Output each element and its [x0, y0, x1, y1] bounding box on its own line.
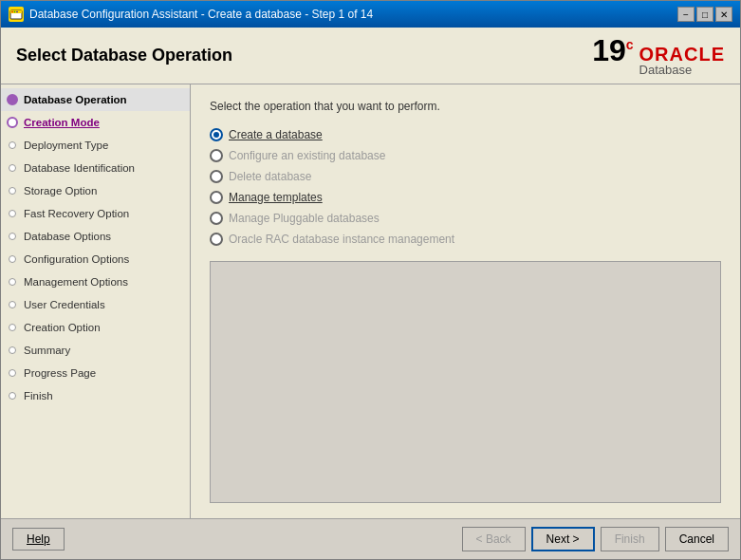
oracle-logo: 19c ORACLE Database: [592, 35, 725, 76]
oracle-db-label: Database: [639, 64, 693, 76]
svg-point-4: [16, 11, 18, 13]
main-content: Database OperationCreation ModeDeploymen…: [1, 84, 740, 518]
sidebar-item-6: Database Options: [1, 225, 190, 248]
page-title: Select Database Operation: [16, 46, 232, 65]
sidebar-icon-1: [5, 115, 20, 130]
sidebar-icon-8: [5, 274, 20, 289]
radio-item-4[interactable]: Manage Pluggable databases: [210, 212, 721, 225]
maximize-button[interactable]: □: [696, 7, 713, 22]
sidebar-item-1[interactable]: Creation Mode: [1, 111, 190, 134]
radio-input-0[interactable]: [210, 128, 223, 141]
sidebar-label-12: Progress Page: [24, 367, 96, 379]
sidebar-item-13: Finish: [1, 384, 190, 407]
footer-right: < Back Next > Finish Cancel: [462, 527, 729, 551]
footer: Help < Back Next > Finish Cancel: [1, 518, 740, 559]
next-button[interactable]: Next >: [531, 527, 595, 551]
sidebar-icon-6: [5, 229, 20, 244]
sidebar-icon-13: [5, 388, 20, 403]
sidebar-label-1: Creation Mode: [24, 117, 100, 128]
svg-point-2: [11, 11, 13, 13]
sidebar-label-0: Database Operation: [24, 94, 127, 105]
back-button[interactable]: < Back: [462, 527, 526, 551]
sidebar-item-8: Management Options: [1, 271, 190, 293]
sidebar-label-7: Configuration Options: [24, 253, 129, 265]
sidebar-item-4: Storage Option: [1, 179, 190, 202]
sidebar-icon-2: [5, 138, 20, 153]
radio-label-2: Delete database: [229, 170, 311, 183]
sidebar-item-12: Progress Page: [1, 362, 190, 384]
radio-input-2[interactable]: [210, 170, 223, 183]
sidebar-item-10: Creation Option: [1, 316, 190, 339]
sidebar-item-2: Deployment Type: [1, 134, 190, 157]
sidebar-icon-9: [5, 297, 20, 312]
help-button[interactable]: Help: [12, 528, 65, 551]
radio-input-3[interactable]: [210, 191, 223, 204]
sidebar-label-13: Finish: [24, 390, 53, 401]
radio-input-4[interactable]: [210, 212, 223, 225]
sidebar-icon-10: [5, 320, 20, 335]
radio-item-0[interactable]: Create a database: [210, 128, 721, 141]
titlebar: Database Configuration Assistant - Creat…: [1, 1, 740, 28]
main-window: Database Configuration Assistant - Creat…: [0, 0, 741, 560]
sidebar-icon-5: [5, 206, 20, 221]
sidebar-label-3: Database Identification: [24, 162, 135, 174]
radio-label-4: Manage Pluggable databases: [229, 212, 380, 225]
content-description: Select the operation that you want to pe…: [210, 100, 721, 113]
sidebar-icon-11: [5, 343, 20, 358]
radio-item-5[interactable]: Oracle RAC database instance management: [210, 233, 721, 246]
sidebar-item-7: Configuration Options: [1, 248, 190, 271]
header: Select Database Operation 19c ORACLE Dat…: [1, 28, 740, 84]
radio-item-2[interactable]: Delete database: [210, 170, 721, 183]
window-title: Database Configuration Assistant - Creat…: [29, 8, 672, 21]
app-icon: [9, 7, 24, 22]
sidebar-label-2: Deployment Type: [24, 140, 108, 151]
radio-input-1[interactable]: [210, 149, 223, 162]
minimize-button[interactable]: −: [677, 7, 695, 22]
sidebar-label-6: Database Options: [24, 231, 111, 242]
sidebar-icon-0: [5, 92, 20, 107]
sidebar-icon-12: [5, 365, 20, 381]
description-box: [210, 261, 721, 503]
sidebar-label-9: User Credentials: [24, 299, 105, 310]
oracle-version: 19c: [592, 35, 633, 65]
radio-label-3: Manage templates: [229, 191, 323, 204]
sidebar-label-8: Management Options: [24, 276, 128, 288]
cancel-button[interactable]: Cancel: [665, 527, 729, 551]
sidebar-item-0[interactable]: Database Operation: [1, 88, 190, 111]
radio-label-0: Create a database: [229, 128, 323, 141]
oracle-brand-text: ORACLE Database: [639, 45, 725, 76]
sidebar-icon-7: [5, 252, 20, 267]
radio-item-1[interactable]: Configure an existing database: [210, 149, 721, 162]
sidebar-item-11: Summary: [1, 339, 190, 362]
sidebar-icon-4: [5, 183, 20, 198]
sidebar-label-4: Storage Option: [24, 185, 97, 196]
finish-button[interactable]: Finish: [601, 527, 659, 551]
radio-label-1: Configure an existing database: [229, 149, 385, 162]
operation-radio-group: Create a databaseConfigure an existing d…: [210, 128, 721, 246]
footer-left: Help: [12, 528, 65, 551]
radio-input-5[interactable]: [210, 233, 223, 246]
sidebar: Database OperationCreation ModeDeploymen…: [1, 84, 191, 518]
sidebar-item-9: User Credentials: [1, 293, 190, 316]
sidebar-icon-3: [5, 160, 20, 176]
sidebar-item-5: Fast Recovery Option: [1, 202, 190, 225]
sidebar-item-3: Database Identification: [1, 157, 190, 179]
svg-point-3: [14, 11, 16, 13]
window-controls: − □ ✕: [677, 7, 732, 22]
close-button[interactable]: ✕: [715, 7, 732, 22]
sidebar-label-10: Creation Option: [24, 322, 101, 333]
sidebar-label-5: Fast Recovery Option: [24, 208, 129, 219]
radio-item-3[interactable]: Manage templates: [210, 191, 721, 204]
radio-label-5: Oracle RAC database instance management: [229, 233, 454, 246]
sidebar-label-11: Summary: [24, 345, 70, 356]
oracle-brand-label: ORACLE: [639, 45, 725, 64]
content-area: Select the operation that you want to pe…: [191, 84, 740, 518]
